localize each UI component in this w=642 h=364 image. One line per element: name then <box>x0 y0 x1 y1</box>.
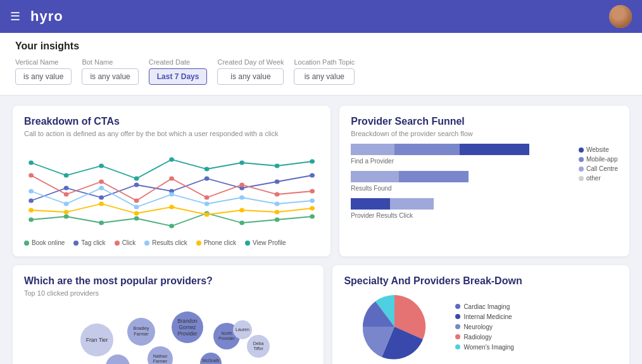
svg-point-43 <box>275 210 280 215</box>
popular-title: Which are the most popular providers? <box>24 275 312 287</box>
svg-point-27 <box>28 189 34 194</box>
funnel-legend-dot <box>579 176 584 181</box>
svg-point-30 <box>134 205 139 210</box>
legend-item: Tag click <box>73 239 105 246</box>
pie-chart-svg <box>344 292 445 361</box>
app-header: ☰ hyro <box>0 0 642 33</box>
svg-point-1 <box>64 215 69 219</box>
cta-card: Breakdown of CTAs Call to action is defi… <box>13 106 330 256</box>
filter-button[interactable]: is any value <box>217 68 284 85</box>
svg-point-33 <box>239 196 244 200</box>
svg-point-8 <box>310 215 315 219</box>
funnel-bar-wrap-1 <box>351 144 569 155</box>
main-content: Breakdown of CTAs Call to action is defi… <box>0 96 642 364</box>
provider-bubble[interactable]: McGrath Clinic <box>200 353 222 364</box>
pie-legend-dot <box>455 314 460 319</box>
filter-label: Vertical Name <box>15 58 72 66</box>
avatar-image <box>609 5 632 28</box>
filter-label: Created Date <box>149 58 208 66</box>
provider-bubble[interactable]: Fran Tier <box>80 323 113 356</box>
legend-label: Phone click <box>204 239 236 246</box>
bar-seg <box>351 198 390 210</box>
svg-point-4 <box>169 224 174 229</box>
svg-point-40 <box>169 205 174 210</box>
legend-item: View Profile <box>245 239 286 246</box>
provider-bubble[interactable]: Warnall <box>106 355 130 364</box>
pie-legend-item: Neurology <box>455 323 514 330</box>
legend-label: Click <box>122 239 136 246</box>
svg-point-50 <box>205 167 210 172</box>
svg-point-11 <box>99 196 104 200</box>
user-avatar[interactable] <box>609 5 632 28</box>
svg-point-34 <box>275 202 280 206</box>
svg-point-10 <box>64 186 69 191</box>
svg-point-20 <box>99 180 104 184</box>
pie-legend-label: Internal Medicine <box>463 313 512 320</box>
legend-dot <box>245 241 250 246</box>
funnel-bar-wrap-2 <box>351 171 569 182</box>
svg-point-44 <box>310 206 315 211</box>
filter-button[interactable]: is any value <box>82 68 138 85</box>
funnel-content: Find a Provider Results Found <box>351 144 618 219</box>
funnel-label-2: Results Found <box>351 185 569 192</box>
filter-button[interactable]: is any value <box>15 68 72 85</box>
menu-icon[interactable]: ☰ <box>10 9 20 23</box>
filter-group: Bot Nameis any value <box>82 58 138 85</box>
cta-legend: Book onlineTag clickClickResults clickPh… <box>24 239 319 246</box>
svg-point-3 <box>134 217 139 221</box>
pie-legend-label: Cardiac Imaging <box>463 303 510 310</box>
funnel-legend-label: other <box>586 175 601 182</box>
svg-point-25 <box>275 192 280 197</box>
pie-legend-dot <box>455 334 460 339</box>
funnel-row-1: Find a Provider <box>351 144 569 165</box>
svg-point-51 <box>239 161 244 165</box>
svg-point-24 <box>239 183 244 187</box>
bar-seg <box>460 144 529 155</box>
specialty-card: Specialty And Providers Break-Down Cardi… <box>332 265 629 364</box>
cta-title: Breakdown of CTAs <box>24 116 319 127</box>
funnel-label-3: Provider Results Click <box>351 212 569 219</box>
bar-seg <box>351 171 399 182</box>
provider-bubble[interactable]: Lauren <box>233 320 252 339</box>
legend-item: Book online <box>24 239 65 246</box>
svg-point-42 <box>239 208 244 213</box>
filter-group: Created Day of Weekis any value <box>217 58 284 85</box>
svg-point-7 <box>275 218 280 222</box>
svg-point-17 <box>310 173 315 178</box>
svg-point-39 <box>134 211 139 216</box>
svg-point-19 <box>64 192 69 197</box>
provider-bubble[interactable]: Bradley Farmer <box>127 318 155 346</box>
provider-bubble[interactable]: Deba Tiffor <box>247 335 270 358</box>
svg-point-48 <box>134 177 139 181</box>
filter-button[interactable]: is any value <box>294 68 355 85</box>
svg-point-6 <box>239 221 244 225</box>
funnel-legend-dot <box>579 166 584 172</box>
pie-legend-item: Cardiac Imaging <box>455 303 514 310</box>
svg-point-18 <box>28 173 34 178</box>
filter-button[interactable]: Last 7 Days <box>149 68 208 85</box>
funnel-legend-item: Website <box>579 146 618 153</box>
provider-bubble[interactable]: Brandon Gomez Provider <box>172 311 203 343</box>
funnel-legend: WebsiteMobile-appCall Centreother <box>579 146 618 219</box>
bar-seg <box>399 171 469 182</box>
legend-item: Click <box>115 239 136 246</box>
legend-dot <box>73 241 79 246</box>
specialty-title: Specialty And Providers Break-Down <box>344 275 618 287</box>
svg-point-38 <box>99 202 104 206</box>
provider-bubble[interactable]: Nathan Farmer <box>148 346 173 364</box>
filter-group: Location Path Topicis any value <box>294 58 355 85</box>
bubble-area: Fran TierBradley FarmerBrandon Gomez Pro… <box>24 303 312 364</box>
svg-point-36 <box>28 208 34 213</box>
line-chart-svg <box>24 144 319 235</box>
pie-legend-label: Neurology <box>463 323 493 330</box>
legend-item: Phone click <box>196 239 236 246</box>
popular-card: Which are the most popular providers? To… <box>13 265 324 364</box>
funnel-bars: Find a Provider Results Found <box>351 144 569 219</box>
svg-point-2 <box>99 221 104 225</box>
bar-seg <box>394 144 460 155</box>
funnel-legend-dot <box>579 147 584 153</box>
funnel-card: Provider Search Funnel Breackdown of the… <box>339 106 629 256</box>
funnel-title: Provider Search Funnel <box>351 116 618 127</box>
legend-item: Results click <box>144 239 187 246</box>
top-row: Breakdown of CTAs Call to action is defi… <box>13 106 629 256</box>
